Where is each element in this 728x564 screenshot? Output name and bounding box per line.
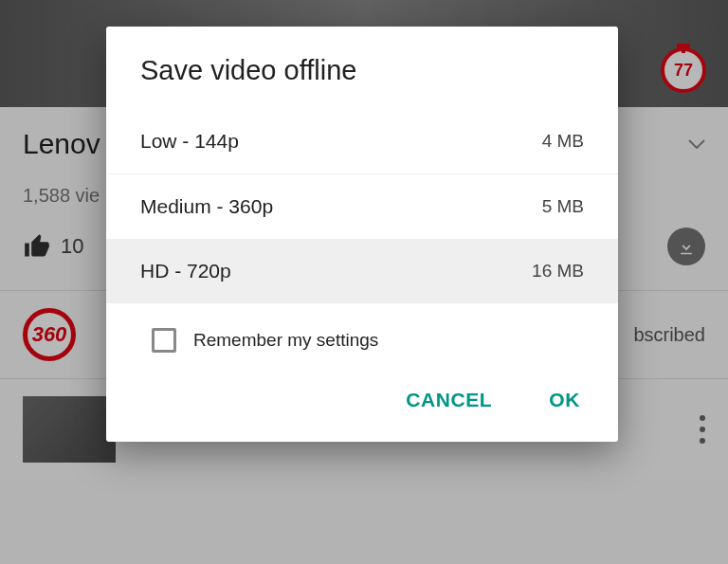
dialog-title: Save video offline — [106, 27, 618, 109]
quality-label: Medium - 360p — [140, 195, 273, 218]
quality-option-medium[interactable]: Medium - 360p 5 MB — [106, 174, 618, 239]
quality-option-hd[interactable]: HD - 720p 16 MB — [106, 239, 618, 303]
quality-label: HD - 720p — [140, 260, 231, 282]
remember-settings-row[interactable]: Remember my settings — [106, 303, 618, 381]
quality-label: Low - 144p — [140, 130, 239, 153]
ok-button[interactable]: OK — [549, 389, 580, 411]
quality-option-low[interactable]: Low - 144p 4 MB — [106, 109, 618, 174]
save-offline-dialog: Save video offline Low - 144p 4 MB Mediu… — [106, 27, 618, 442]
quality-size: 4 MB — [542, 131, 584, 152]
dialog-actions: CANCEL OK — [106, 381, 618, 442]
quality-size: 5 MB — [542, 196, 584, 217]
quality-size: 16 MB — [532, 261, 584, 282]
remember-label: Remember my settings — [193, 330, 378, 351]
cancel-button[interactable]: CANCEL — [406, 389, 492, 411]
remember-checkbox[interactable] — [152, 328, 176, 353]
